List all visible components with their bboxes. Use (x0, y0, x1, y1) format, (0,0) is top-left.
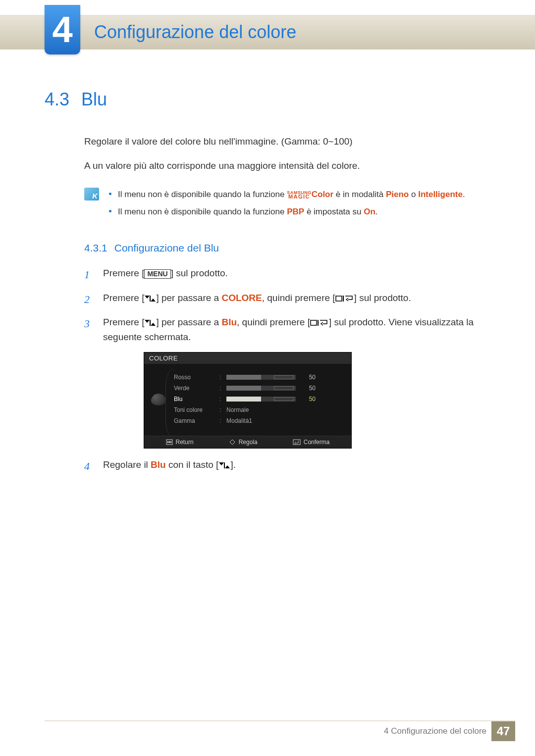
source-enter-icon (335, 295, 354, 302)
osd-value: Modalità1 (226, 417, 252, 424)
svg-rect-11 (167, 441, 168, 443)
osd-value: 50 (299, 396, 316, 403)
step-number: 1 (84, 266, 94, 283)
svg-rect-15 (293, 440, 300, 445)
subsection-title: Configurazione del Blu (114, 242, 219, 254)
section-number: 4.3 (45, 89, 69, 110)
section-heading: 4.3 Blu (45, 89, 490, 110)
note-block: K Il menu non è disponibile quando la fu… (84, 188, 490, 222)
note-item-2: Il menu non è disponibile quando la funz… (109, 205, 490, 218)
osd-row-rosso: Rosso : 50 (174, 372, 343, 383)
source-enter-icon (310, 319, 329, 326)
step-number: 2 (84, 291, 94, 308)
samsung-magic-logo: SAMSUNGMAGIC (287, 191, 312, 200)
svg-rect-17 (224, 462, 225, 468)
osd-label: Blu (174, 396, 216, 403)
menu-button-icon: MENU (144, 269, 170, 279)
osd-footer-return: Return (166, 439, 194, 446)
page-footer: 4 Configurazione del colore 47 (0, 721, 535, 741)
osd-screenshot: COLORE Rosso : 50 Verde : 50 Blu : 50 (144, 352, 352, 449)
osd-row-toni: Toni colore : Normale (174, 404, 343, 415)
svg-marker-14 (230, 440, 235, 445)
steps-list-continued: 4 Regolare il Blu con il tasto []. (84, 457, 490, 475)
page-number: 47 (491, 721, 515, 741)
note-item-1: Il menu non è disponibile quando la funz… (109, 188, 490, 201)
chapter-title: Configurazione del colore (94, 22, 296, 43)
svg-marker-0 (145, 296, 150, 299)
return-icon (166, 439, 173, 445)
svg-rect-8 (311, 320, 317, 325)
osd-value: 50 (299, 385, 316, 392)
svg-marker-5 (145, 320, 150, 323)
svg-marker-18 (225, 465, 230, 468)
subsection-heading: 4.3.1 Configurazione del Blu (84, 242, 490, 254)
osd-label: Verde (174, 385, 216, 392)
osd-row-gamma: Gamma : Modalità1 (174, 415, 343, 426)
step-2: 2 Premere [] per passare a COLORE, quind… (84, 291, 490, 308)
step-4: 4 Regolare il Blu con il tasto []. (84, 457, 490, 475)
slider-verde (226, 386, 296, 391)
down-up-icon (218, 462, 230, 469)
osd-footer-adjust: Regola (229, 439, 258, 446)
note-icon: K (84, 188, 99, 201)
steps-list: 1 Premere [MENU] sul prodotto. 2 Premere… (84, 266, 490, 345)
footer-rule (45, 720, 515, 721)
svg-rect-3 (336, 296, 342, 301)
intro-paragraph-1: Regolare il valore del colore blu nell'i… (84, 135, 490, 149)
osd-arc-decoration (165, 369, 175, 438)
osd-label: Gamma (174, 417, 216, 424)
osd-value: 50 (299, 374, 316, 381)
confirm-icon (293, 439, 301, 445)
palette-icon (151, 394, 166, 405)
down-up-icon (144, 295, 156, 302)
osd-label: Toni colore (174, 406, 216, 413)
svg-marker-7 (151, 323, 156, 326)
intro-paragraph-2: A un valore più alto corrisponde una mag… (84, 159, 490, 173)
step-number: 3 (84, 315, 94, 345)
svg-rect-13 (170, 441, 171, 443)
svg-marker-16 (219, 462, 224, 465)
down-up-icon (144, 319, 156, 326)
osd-title: COLORE (144, 353, 351, 364)
step-number: 4 (84, 457, 94, 475)
chapter-number-badge: 4 (45, 5, 80, 54)
step-1: 1 Premere [MENU] sul prodotto. (84, 266, 490, 283)
svg-rect-6 (150, 320, 151, 326)
osd-label: Rosso (174, 374, 216, 381)
footer-text: 4 Configurazione del colore (384, 726, 486, 736)
svg-rect-12 (169, 441, 170, 443)
osd-value: Normale (226, 406, 249, 413)
svg-rect-4 (343, 296, 344, 302)
page-content: 4.3 Blu Regolare il valore del colore bl… (45, 89, 490, 482)
section-title: Blu (81, 89, 107, 110)
svg-rect-1 (150, 296, 151, 302)
slider-blu (226, 397, 296, 402)
subsection-number: 4.3.1 (84, 242, 107, 254)
svg-rect-9 (318, 320, 319, 326)
adjust-icon (229, 439, 236, 445)
osd-row-blu: Blu : 50 (174, 394, 343, 404)
osd-footer-confirm: Conferma (293, 439, 330, 446)
slider-rosso (226, 375, 296, 380)
osd-row-verde: Verde : 50 (174, 383, 343, 394)
svg-marker-2 (151, 299, 156, 302)
step-3: 3 Premere [] per passare a Blu, quindi p… (84, 315, 490, 345)
